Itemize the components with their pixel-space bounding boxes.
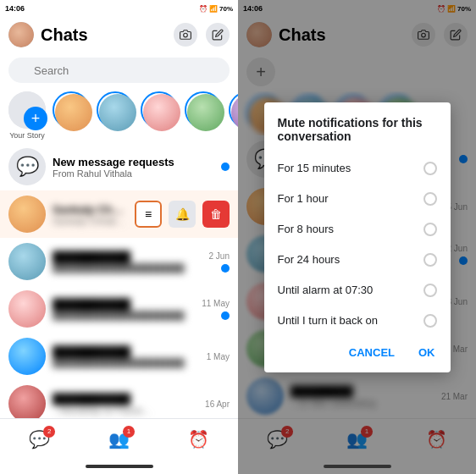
- mute-option-0[interactable]: For 15 minutes: [264, 153, 451, 184]
- cancel-button[interactable]: CANCEL: [344, 343, 400, 362]
- time-left: 14:06: [5, 4, 25, 13]
- chat-item-2[interactable]: ██████████ ████████████████████ 1 May: [0, 333, 238, 380]
- context-menu-button[interactable]: ≡: [135, 201, 162, 228]
- home-bar-left: [86, 465, 153, 468]
- mute-label-1: For 1 hour: [278, 192, 329, 205]
- chat-time-0: 2 Jun: [209, 251, 230, 261]
- sankalp-name: Sankalp Chhabra: [53, 203, 128, 216]
- chat-avatar-3: [8, 385, 46, 418]
- nav-stories[interactable]: ⏰: [188, 429, 209, 449]
- search-wrapper: 🔍: [8, 58, 230, 83]
- modal-overlay[interactable]: Mute notifications for this conversation…: [238, 0, 476, 474]
- context-delete-button[interactable]: 🗑: [202, 201, 230, 228]
- chat-avatar-0: [8, 243, 46, 280]
- radio-4[interactable]: [423, 284, 437, 297]
- story-avatar-4: [185, 91, 222, 129]
- chat-name-3: ██████████: [53, 393, 198, 405]
- page-title: Chats: [41, 25, 167, 45]
- nav-chats[interactable]: 💬 2: [29, 429, 50, 449]
- chat-preview-1: ████████████████████: [53, 311, 195, 321]
- stories-row: + Your Story: [0, 88, 238, 143]
- bell-icon: 🔔: [175, 207, 190, 221]
- mute-option-3[interactable]: For 24 hours: [264, 245, 451, 275]
- left-panel: 14:06 ⏰ 📶 70% Chats: [0, 0, 238, 474]
- your-story[interactable]: + Your Story: [8, 91, 46, 140]
- chat-meta-3: 16 Apr: [205, 400, 230, 409]
- mute-option-1[interactable]: For 1 hour: [264, 184, 451, 214]
- svg-point-0: [184, 33, 188, 37]
- sankalp-info: Sankalp Chhabra Sankalp Chhabra are cele…: [53, 203, 128, 226]
- message-request-label: New message requests: [53, 156, 214, 168]
- message-request-avatar: 💬: [8, 148, 46, 185]
- mute-dialog-title: Mute notifications for this conversation: [264, 116, 451, 153]
- message-request-item[interactable]: 💬 New message requests From Rahul Vithal…: [0, 143, 238, 190]
- chat-item-1[interactable]: ██████████ ████████████████████ 11 May: [0, 285, 238, 333]
- chat-name-1: ██████████: [53, 298, 195, 311]
- status-icons-left: ⏰ 📶 70%: [199, 5, 233, 13]
- chats-badge: 2: [43, 426, 55, 438]
- home-indicator-left: [0, 459, 238, 474]
- chat-info-2: ██████████ ████████████████████: [53, 345, 200, 368]
- compose-button[interactable]: [206, 23, 230, 47]
- chat-list: ██████████ ████████████████████ 2 Jun ██…: [0, 238, 238, 418]
- mute-option-4[interactable]: Until alarm at 07:30: [264, 275, 451, 306]
- story-avatar-2: [97, 91, 134, 129]
- mute-label-0: For 15 minutes: [278, 162, 351, 174]
- mute-label-3: For 24 hours: [278, 253, 340, 266]
- chat-avatar-2: [8, 338, 46, 375]
- chat-time-1: 11 May: [202, 299, 230, 308]
- radio-2[interactable]: [423, 223, 437, 236]
- messenger-icon: 💬: [16, 156, 39, 178]
- sankalp-preview: Sankalp Chhabra are celebrating...: [53, 216, 128, 226]
- radio-0[interactable]: [423, 162, 437, 175]
- story-5[interactable]: [229, 91, 238, 140]
- context-bell-button[interactable]: 🔔: [169, 201, 196, 228]
- people-badge: 1: [123, 426, 135, 438]
- menu-icon: ≡: [145, 207, 152, 221]
- nav-people[interactable]: 👥 1: [108, 429, 130, 449]
- chat-info-1: ██████████ ████████████████████: [53, 298, 195, 321]
- bottom-nav-left: 💬 2 👥 1 ⏰: [0, 418, 238, 459]
- story-1[interactable]: [53, 91, 90, 140]
- ok-button[interactable]: OK: [413, 343, 440, 362]
- chat-meta-2: 1 May: [207, 352, 230, 361]
- radio-5[interactable]: [423, 314, 437, 328]
- highlighted-chat-item[interactable]: Sankalp Chhabra Sankalp Chhabra are cele…: [0, 190, 238, 238]
- message-request-meta: [221, 163, 230, 171]
- right-panel: 14:06 ⏰ 📶 70% Chats: [238, 0, 476, 474]
- chat-info-0: ██████████ ████████████████████: [53, 251, 202, 273]
- radio-3[interactable]: [423, 253, 437, 267]
- mute-label-4: Until alarm at 07:30: [278, 284, 374, 296]
- story-2[interactable]: [97, 91, 134, 140]
- story-avatar-3: [141, 91, 178, 129]
- delete-icon: 🗑: [210, 207, 222, 221]
- chat-preview-0: ████████████████████: [53, 263, 202, 273]
- chat-info-3: ██████████ ...friendship on Faceb...: [53, 393, 198, 416]
- search-input[interactable]: [8, 58, 230, 83]
- add-story-avatar: +: [8, 91, 46, 129]
- camera-button[interactable]: [174, 23, 197, 47]
- story-3[interactable]: [141, 91, 178, 140]
- mute-option-5[interactable]: Until I turn it back on: [264, 306, 451, 336]
- context-actions: ≡ 🔔 🗑: [135, 201, 230, 228]
- chats-icon-wrap: 💬 2: [29, 429, 50, 449]
- radio-1[interactable]: [423, 192, 437, 206]
- chat-item-3[interactable]: ██████████ ...friendship on Faceb... 16 …: [0, 380, 238, 418]
- mute-option-2[interactable]: For 8 hours: [264, 214, 451, 245]
- chat-preview-3: ...friendship on Faceb...: [53, 405, 198, 416]
- story-4[interactable]: [185, 91, 222, 140]
- header-left: Chats: [0, 17, 238, 52]
- chat-time-3: 16 Apr: [205, 400, 230, 409]
- header-actions: [174, 23, 230, 47]
- battery-left: 70%: [219, 5, 233, 13]
- modal-actions: CANCEL OK: [264, 336, 451, 366]
- mute-dialog: Mute notifications for this conversation…: [264, 102, 451, 372]
- avatar-image: [8, 22, 34, 47]
- mute-label-2: For 8 hours: [278, 223, 334, 235]
- chat-time-2: 1 May: [207, 352, 230, 361]
- profile-avatar[interactable]: [8, 22, 34, 47]
- story-avatar-5: [229, 91, 238, 129]
- unread-dot: [221, 163, 230, 171]
- unread-0: [221, 264, 230, 273]
- chat-item-0[interactable]: ██████████ ████████████████████ 2 Jun: [0, 238, 238, 285]
